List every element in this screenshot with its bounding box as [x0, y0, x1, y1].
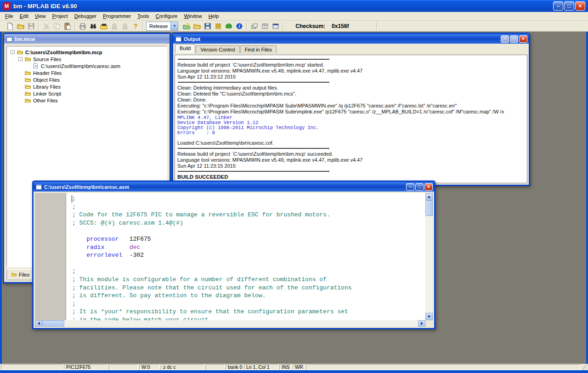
tree-item[interactable]: Library Files [7, 83, 167, 90]
output-close-button[interactable]: × [519, 35, 527, 43]
code-line: processor 12F675 [72, 236, 425, 244]
output-tab-find-in-files[interactable]: Find in Files [240, 45, 277, 53]
log-line: BUILD SUCCEEDED [177, 174, 527, 180]
chevron-down-icon[interactable]: ▼ [170, 22, 178, 30]
tree-item-label: C:\users\Zsolt\temp\bm\bm.mcp [25, 50, 102, 55]
horizontal-scroll-thumb[interactable] [42, 320, 64, 327]
tree-item-label: Other Files [33, 98, 58, 103]
make-icon[interactable] [223, 21, 234, 31]
log-line: Errors : 0 [177, 130, 527, 135]
log-line: Sun Apr 12 11:23:12 2015 [177, 74, 527, 80]
menu-window[interactable]: Window [181, 12, 205, 20]
tree-item[interactable]: Object Files [7, 76, 167, 83]
minimize-button[interactable]: – [553, 1, 563, 11]
tree-item[interactable]: aC:\users\Zsolt\temp\bm\caresc.asm [7, 62, 167, 69]
resize-grip[interactable] [582, 364, 587, 370]
open-project-icon[interactable] [192, 21, 202, 31]
maximize-button[interactable]: □ [564, 1, 574, 11]
print-icon[interactable] [77, 21, 88, 31]
project-window-titlebar[interactable]: bm.mcw [4, 34, 170, 44]
scroll-down-button[interactable] [425, 313, 433, 320]
find-icon[interactable] [88, 21, 98, 31]
save-workspace-icon[interactable] [202, 21, 213, 31]
menu-project[interactable]: Project [49, 12, 71, 20]
svg-text:?: ? [133, 23, 137, 30]
tree-item[interactable]: Linker Script [7, 90, 167, 97]
scroll-left-button[interactable] [35, 320, 42, 327]
output-window: Output – □ × BuildVersion ControlFind in… [172, 33, 530, 186]
tree-expander-icon[interactable]: - [11, 50, 15, 54]
tree-item-label: Linker Script [33, 91, 61, 96]
menu-file[interactable]: File [2, 12, 17, 20]
close-button[interactable]: × [575, 1, 585, 11]
code-editor[interactable]: ;;; Code for the 12F675 PIC to manage a … [67, 193, 425, 320]
editor-close-button[interactable]: × [424, 183, 433, 191]
new-project-icon[interactable] [181, 21, 192, 31]
mplab-logo-icon: M [3, 2, 11, 10]
target-window-icon[interactable] [270, 21, 281, 31]
editor-vertical-scrollbar[interactable] [425, 193, 433, 320]
app-titlebar[interactable]: M bm - MPLAB IDE v8.90 – □ × [0, 0, 588, 12]
build-configuration-select[interactable]: Release▼ [146, 22, 178, 31]
output-tab-build[interactable]: Build [175, 44, 195, 53]
menu-bar: FileEditViewProjectDebuggerProgrammerToo… [0, 12, 588, 21]
code-line: ; It is *your* responsibility to ensure … [72, 308, 425, 316]
tree-item[interactable]: Other Files [7, 97, 167, 104]
menu-help[interactable]: Help [205, 12, 222, 20]
log-line: Language tool versions: MPASMWIN.exe v5.… [177, 68, 527, 74]
tab-label: Files [19, 272, 29, 277]
output-tab-version-control[interactable]: Version Control [196, 45, 239, 53]
toolbar-separator [142, 22, 143, 30]
tree-item-label: Library Files [33, 84, 61, 90]
editor-maximize-button[interactable]: □ [415, 183, 424, 191]
editor-minimize-button[interactable]: – [406, 183, 414, 191]
find-in-files-icon[interactable] [98, 21, 109, 31]
tree-item-label: Object Files [33, 77, 60, 83]
editor-horizontal-scrollbar[interactable] [35, 320, 425, 327]
menu-tools[interactable]: Tools [134, 12, 153, 20]
editor-gutter [35, 193, 66, 320]
status-cell [306, 364, 581, 370]
build-icon[interactable] [213, 21, 223, 31]
tree-item[interactable]: Header Files [7, 69, 167, 76]
status-ins: INS [279, 364, 292, 370]
output-window-titlebar[interactable]: Output – □ × [173, 34, 529, 44]
code-line: ; [72, 195, 425, 203]
log-line: Clean: Deleted file "C:\users\Zsolt\temp… [177, 91, 527, 97]
redo-icon [119, 21, 130, 31]
scroll-right-button[interactable] [418, 320, 425, 327]
help-icon[interactable]: ? [130, 21, 141, 31]
programmer-connect-icon[interactable] [249, 21, 260, 31]
menu-edit[interactable]: Edit [17, 12, 32, 20]
project-tab-files[interactable]: Files [6, 269, 34, 280]
tree-item[interactable]: -Source Files [7, 56, 167, 62]
editor-window-titlebar[interactable]: C:\users\Zsolt\temp\bm\caresc.asm – □ × [34, 182, 434, 192]
output-minimize-button[interactable]: – [501, 35, 509, 43]
tree-item[interactable]: -C:\users\Zsolt\temp\bm\bm.mcp [7, 49, 167, 56]
new-file-icon[interactable] [5, 21, 15, 31]
scroll-up-button[interactable] [425, 193, 433, 200]
menu-debugger[interactable]: Debugger [71, 12, 100, 20]
vertical-scroll-thumb[interactable] [425, 200, 433, 216]
memory-view-icon[interactable] [260, 21, 270, 31]
toolbar-separator [376, 22, 377, 30]
menu-view[interactable]: View [32, 12, 49, 20]
paste-icon[interactable] [62, 21, 73, 31]
menu-programmer[interactable]: Programmer [100, 12, 134, 20]
status-cell [205, 364, 225, 370]
log-separator [177, 146, 527, 151]
code-line: errorlevel -302 [72, 252, 425, 260]
menu-configure[interactable]: Configure [153, 12, 181, 20]
folder-icon [24, 84, 31, 90]
tree-expander-icon[interactable]: - [18, 57, 23, 61]
code-line: ; [72, 300, 425, 309]
build-log: Release build of project `C:\users\Zsolt… [175, 55, 527, 183]
toolbar-separator [74, 22, 75, 30]
open-file-icon[interactable] [15, 21, 26, 31]
status-bar: PIC12F675W:0z dc cbank 0Ln 1, Col 1INSWR [0, 364, 588, 370]
code-line: ; SCCS: @(#) caresc.asm 1.4@(#) [72, 220, 425, 228]
log-line: Loaded C:\users\Zsolt\temp\bm\caresc.cof… [177, 140, 527, 146]
output-maximize-button[interactable]: □ [510, 35, 518, 43]
folder-icon [24, 56, 31, 62]
about-icon[interactable]: i [234, 21, 244, 31]
